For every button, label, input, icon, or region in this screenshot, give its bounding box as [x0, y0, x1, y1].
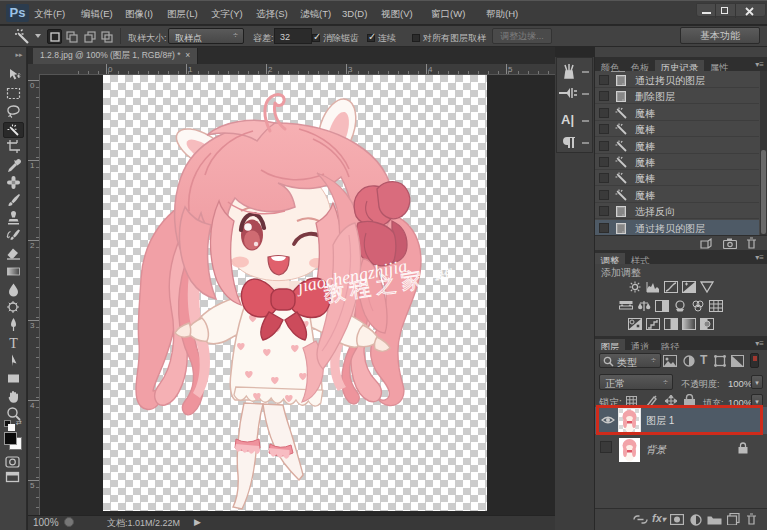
svg-text:提供: 提供 [434, 267, 455, 281]
svg-text:T: T [9, 336, 18, 351]
